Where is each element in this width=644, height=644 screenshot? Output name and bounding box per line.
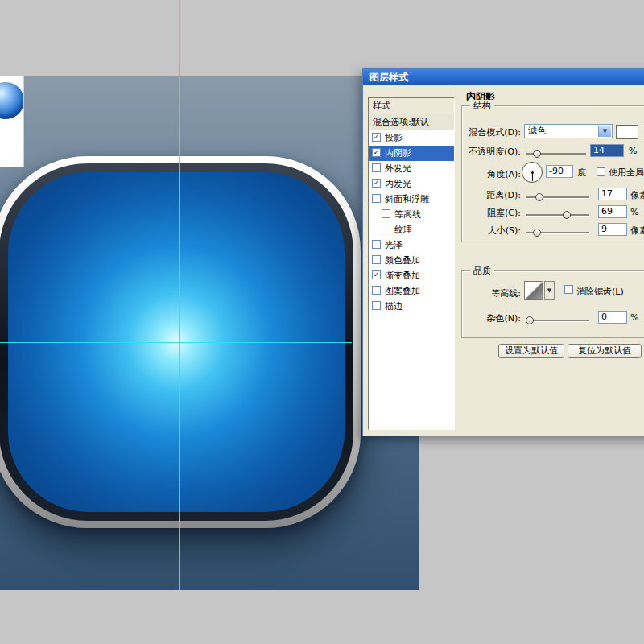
- style-row-label: 纹理: [394, 222, 412, 237]
- shadow-color-swatch[interactable]: [616, 125, 638, 139]
- quality-group-legend: 品质: [470, 265, 494, 277]
- blend-mode-value: 滤色: [528, 126, 546, 136]
- choke-slider[interactable]: [526, 214, 589, 217]
- style-row[interactable]: 图案叠加: [369, 283, 454, 299]
- styles-list: 样式 混合选项:默认 ✓投影✓内阴影外发光✓内发光斜面和浮雕等高线纹理光泽颜色叠…: [368, 97, 455, 430]
- horizontal-guide[interactable]: [0, 342, 352, 343]
- opacity-slider-knob[interactable]: [533, 150, 541, 158]
- dialog-title: 图层样式: [369, 72, 408, 83]
- style-row[interactable]: 等高线: [369, 207, 454, 222]
- choke-slider-knob[interactable]: [563, 211, 571, 219]
- contour-label: 等高线:: [458, 287, 521, 299]
- noise-label: 杂色(N):: [458, 312, 521, 324]
- checked-checkbox-icon[interactable]: ✓: [372, 148, 381, 157]
- unchecked-checkbox-icon[interactable]: [372, 240, 381, 249]
- angle-dial-center: [531, 171, 534, 174]
- blending-options-row[interactable]: 混合选项:默认: [369, 114, 454, 130]
- styles-list-items: ✓投影✓内阴影外发光✓内发光斜面和浮雕等高线纹理光泽颜色叠加✓渐变叠加图案叠加描…: [369, 130, 454, 314]
- style-row-label: 光泽: [385, 237, 402, 253]
- unchecked-checkbox-icon[interactable]: [372, 163, 381, 172]
- opacity-slider[interactable]: [526, 153, 586, 155]
- style-row-label: 斜面和浮雕: [385, 192, 429, 207]
- antialias-checkbox[interactable]: [564, 285, 573, 294]
- blue-sphere-thumbnail: [0, 82, 24, 119]
- choke-unit: %: [630, 207, 638, 217]
- distance-slider-knob[interactable]: [535, 193, 543, 201]
- style-row[interactable]: 斜面和浮雕: [369, 192, 454, 207]
- document-thumbnail-panel: [0, 76, 24, 167]
- size-slider-knob[interactable]: [533, 229, 541, 237]
- noise-slider[interactable]: [526, 320, 589, 322]
- checked-checkbox-icon[interactable]: ✓: [372, 270, 381, 279]
- unchecked-checkbox-icon[interactable]: [372, 286, 381, 295]
- angle-input[interactable]: -90: [546, 165, 573, 178]
- layer-style-dialog: 图层样式 样式 混合选项:默认 ✓投影✓内阴影外发光✓内发光斜面和浮雕等高线纹理…: [362, 68, 644, 436]
- unchecked-checkbox-icon[interactable]: [382, 225, 390, 233]
- style-row[interactable]: 光泽: [369, 237, 454, 253]
- style-row[interactable]: 纹理: [369, 222, 454, 237]
- distance-unit: 像素: [630, 189, 644, 201]
- style-row[interactable]: ✓内发光: [369, 176, 454, 192]
- style-row-label: 图案叠加: [385, 283, 420, 299]
- styles-list-header[interactable]: 样式: [369, 98, 454, 114]
- opacity-input[interactable]: 14: [590, 144, 624, 157]
- vertical-guide[interactable]: [179, 0, 180, 590]
- style-row-label: 内发光: [385, 176, 411, 192]
- angle-unit: 度: [577, 167, 586, 179]
- dropdown-arrow-icon[interactable]: ▼: [598, 126, 611, 137]
- photoshop-workspace: 图层样式 样式 混合选项:默认 ✓投影✓内阴影外发光✓内发光斜面和浮雕等高线纹理…: [0, 0, 644, 644]
- angle-dial[interactable]: [522, 162, 543, 183]
- opacity-label: 不透明度(O):: [458, 146, 521, 158]
- size-slider[interactable]: [526, 232, 589, 234]
- unchecked-checkbox-icon[interactable]: [372, 255, 381, 264]
- unchecked-checkbox-icon[interactable]: [372, 194, 381, 203]
- contour-thumbnail[interactable]: [524, 281, 543, 300]
- checked-checkbox-icon[interactable]: ✓: [372, 179, 381, 188]
- angle-label: 角度(A):: [458, 168, 521, 180]
- unchecked-checkbox-icon[interactable]: [372, 301, 381, 310]
- style-row[interactable]: 外发光: [369, 161, 454, 176]
- style-row-label: 颜色叠加: [385, 253, 420, 268]
- style-row[interactable]: ✓投影: [369, 130, 454, 146]
- choke-label: 阻塞(C):: [458, 207, 521, 219]
- distance-slider[interactable]: [526, 196, 589, 199]
- angle-dial-needle: [532, 172, 533, 181]
- style-row-label: 描边: [385, 299, 402, 314]
- style-row[interactable]: ✓渐变叠加: [369, 268, 454, 283]
- make-default-button[interactable]: 设置为默认值: [498, 344, 564, 358]
- choke-input[interactable]: 69: [598, 205, 627, 218]
- size-input[interactable]: 9: [598, 223, 627, 236]
- blend-mode-select[interactable]: 滤色 ▼: [524, 124, 613, 138]
- checked-checkbox-icon[interactable]: ✓: [372, 133, 381, 142]
- structure-group-legend: 结构: [470, 100, 494, 112]
- unchecked-checkbox-icon[interactable]: [382, 209, 390, 218]
- size-unit: 像素: [630, 225, 644, 237]
- size-label: 大小(S):: [458, 225, 521, 237]
- noise-slider-knob[interactable]: [526, 316, 534, 324]
- style-row-label: 等高线: [394, 207, 421, 222]
- style-row-label: 渐变叠加: [385, 268, 420, 283]
- opacity-unit: %: [629, 146, 637, 156]
- style-row[interactable]: 描边: [369, 299, 454, 314]
- noise-input[interactable]: 0: [598, 311, 627, 324]
- style-row-label: 投影: [385, 130, 402, 146]
- style-row[interactable]: 颜色叠加: [369, 253, 454, 268]
- global-light-label: 使用全局光(G): [609, 167, 644, 179]
- global-light-checkbox[interactable]: [597, 167, 605, 176]
- reset-default-button[interactable]: 复位为默认值: [568, 344, 642, 358]
- distance-input[interactable]: 17: [598, 188, 627, 200]
- blend-mode-label: 混合模式(D):: [458, 126, 521, 138]
- distance-label: 距离(D):: [458, 189, 521, 201]
- style-row[interactable]: ✓内阴影: [369, 146, 454, 161]
- dialog-titlebar[interactable]: 图层样式: [363, 69, 644, 85]
- style-row-label: 外发光: [385, 161, 411, 176]
- style-row-label: 内阴影: [385, 146, 411, 161]
- noise-unit: %: [630, 312, 638, 323]
- contour-arrow-icon[interactable]: ▼: [544, 281, 555, 300]
- antialias-label: 消除锯齿(L): [576, 286, 624, 298]
